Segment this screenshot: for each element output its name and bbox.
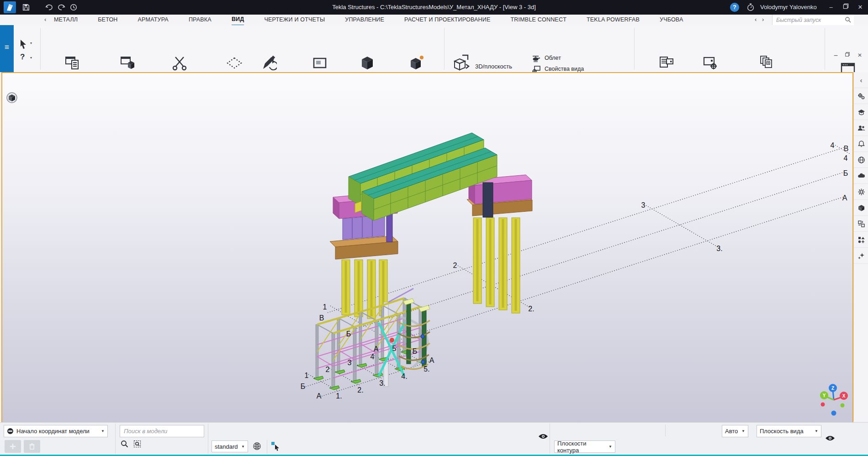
svg-text:3.: 3. [379,379,385,387]
svg-text:2.: 2. [357,386,363,394]
tab-manage[interactable]: УПРАВЛЕНИЕ [345,15,384,25]
tekla-online-globe-icon[interactable] [854,152,868,168]
trimble-connect-cloud-icon[interactable] [854,168,868,184]
svg-text:5: 5 [392,345,397,352]
minimize-button[interactable]: – [826,3,836,12]
svg-text:А: А [429,356,434,364]
tabs-next-icon[interactable]: › [762,16,764,23]
create-drawing-icon [758,54,775,72]
snap-visibility-eye-icon[interactable] [825,435,835,441]
tab-tekla-powerfab[interactable]: TEKLA POWERFAB [587,15,640,25]
svg-text:2.: 2. [528,305,534,313]
tab-rebar[interactable]: АРМАТУРА [138,15,169,25]
profile-dropdown[interactable]: standard ▼ [212,440,248,452]
svg-text:4: 4 [844,154,848,162]
tekla-structures-window: Tekla Structures - C:\TeklaStructuresMod… [0,0,868,456]
chevron-down-icon: ▼ [815,429,818,433]
selection-visibility-eye-icon[interactable] [538,433,548,440]
tab-analysis-design[interactable]: РАСЧЕТ И ПРОЕКТИРОВАНИЕ [404,15,490,25]
view-properties-label[interactable]: Свойства вида [545,66,584,72]
select-tool-icon[interactable] [18,39,28,50]
view-orientation-icon[interactable] [7,93,17,103]
title-bar: Tekla Structures - C:\TeklaStructuresMod… [0,0,868,15]
chevron-down-icon: ▼ [609,445,612,449]
close-button[interactable]: ✕ [855,3,865,12]
add-origin-button[interactable] [5,440,21,453]
model-3d-scene[interactable]: 4 В 4 Б А 3 3. 2 2. 1 В Б А 1 2 3 4 5 Б … [2,73,851,420]
work-area-icon [226,54,243,72]
hamburger-menu-icon[interactable]: ≡ [0,43,14,51]
tab-edit[interactable]: ПРАВКА [189,15,212,25]
svg-text:1: 1 [305,372,309,379]
delete-origin-button[interactable] [24,440,40,453]
quick-launch-input[interactable] [773,15,846,25]
svg-text:В: В [844,145,849,152]
components-catalog-icon[interactable] [854,216,868,232]
drawing-properties-icon [702,54,719,72]
tab-uchbova[interactable]: УЧБОВА [660,15,683,25]
ribbon-tab-bar: ‹ МЕТАЛЛ БЕТОН АРМАТУРА ПРАВКА ВИД ЧЕРТЕ… [0,15,868,26]
svg-text:А: А [374,345,379,353]
svg-text:3: 3 [348,359,352,367]
origin-selector-label: Начало координат модели [16,428,90,435]
restore-button[interactable] [841,3,851,12]
collapse-chevron-icon[interactable]: ‹ [854,72,868,88]
tab-view[interactable]: ВИД [232,14,244,26]
model-viewport[interactable]: 4 В 4 Б А 3 3. 2 2. 1 В Б А 1 2 3 4 5 Б … [1,72,853,423]
fly-helicopter-icon[interactable] [532,54,540,63]
svg-text:А: А [317,392,322,400]
inquire-tool-icon[interactable]: ? [20,52,25,62]
svg-text:Б: Б [413,347,418,355]
quick-launch [772,15,854,25]
applications-sparkle-icon[interactable] [854,248,868,264]
svg-text:В: В [319,314,324,322]
notifications-bell-icon[interactable] [854,136,868,152]
svg-text:4: 4 [831,142,835,149]
tab-metal[interactable]: МЕТАЛЛ [54,15,78,25]
model-cube-icon[interactable] [854,200,868,216]
snap-plane-dropdown[interactable]: Плоскость вида ▼ [757,425,821,437]
search-area-icon[interactable] [133,440,141,448]
stopwatch-icon[interactable] [746,3,755,11]
contour-planes-dropdown[interactable]: Плоскости контура ▼ [554,440,615,453]
tab-concrete[interactable]: БЕТОН [98,15,117,25]
tab-drawings-reports[interactable]: ЧЕРТЕЖИ И ОТЧЕТЫ [264,15,325,25]
settings-gear-icon[interactable] [854,184,868,200]
3d-plane-icon[interactable] [452,53,471,73]
mesh-pattern-icon[interactable] [253,442,261,451]
chevron-down-icon: ▼ [241,445,245,449]
model-search-input[interactable] [120,425,198,437]
coordinate-gizmo[interactable]: Z Y X [820,384,848,416]
status-bar: Начало координат модели ▼ [0,422,868,455]
origin-selector-dropdown[interactable]: Начало координат модели ▼ [4,425,108,437]
shapes-catalog-icon[interactable] [854,232,868,248]
3d-plane-label[interactable]: 3D/плоскость [475,63,512,70]
search-icon[interactable] [121,440,128,448]
scissors-icon [171,54,188,72]
select-tool-caret-icon[interactable]: ▾ [30,42,32,45]
svg-text:4.: 4. [401,372,407,380]
file-menu-strip[interactable]: ≡ [0,25,14,72]
tab-trimble-connect[interactable]: TRIMBLE CONNECT [511,15,566,25]
tabs-prev-icon[interactable]: ‹ [755,16,757,23]
right-pier[interactable] [467,175,532,313]
svg-text:Б: Б [843,169,848,177]
svg-text:Z: Z [831,386,834,391]
learning-cap-icon[interactable] [854,104,868,120]
svg-text:3: 3 [641,201,646,209]
chevron-down-icon: ▼ [101,429,105,433]
svg-text:3.: 3. [716,245,722,252]
user-account-label[interactable]: Volodymyr Yalovenko [760,0,817,15]
inquire-tool-caret-icon[interactable]: ▾ [30,56,32,60]
snap-auto-dropdown[interactable]: Авто ▼ [722,425,748,437]
view-restore-icon[interactable] [843,52,852,59]
properties-gears-icon[interactable] [854,88,868,104]
view-minimize-icon[interactable] [831,52,841,59]
collaboration-users-icon[interactable] [854,120,868,136]
help-icon[interactable]: ? [730,3,739,12]
svg-text:5.: 5. [423,365,429,373]
work-plane-icon [311,54,328,72]
fly-label[interactable]: Облет [545,55,561,61]
view-close-icon[interactable]: ✕ [855,52,864,59]
tabs-scroll-left-icon[interactable]: ‹ [44,16,46,23]
